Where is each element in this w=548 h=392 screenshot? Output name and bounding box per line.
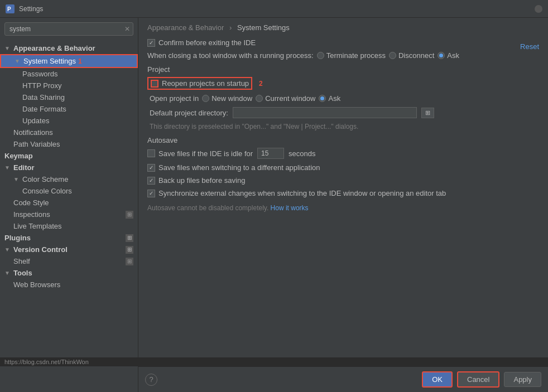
autosave-note-text: Autosave cannot be disabled completely. [147,204,268,212]
terminate-label: Terminate process [326,51,386,60]
default-dir-input[interactable] [233,107,417,118]
default-dir-row: Default project directory: ⊞ [147,107,539,118]
help-button[interactable]: ? [145,374,157,386]
settings-content: Confirm before exiting the IDE When clos… [138,34,548,366]
sidebar-item-passwords[interactable]: Passwords [0,68,138,80]
save-switching-checkbox-wrapper[interactable]: Save files when switching to a different… [147,163,320,172]
sidebar-item-date-formats[interactable]: Date Formats [0,103,138,115]
window-title: Settings [19,5,535,13]
reopen-projects-checkbox-wrapper[interactable]: Reopen projects on startup [147,77,252,90]
terminate-radio[interactable] [317,52,324,59]
sidebar-tree: ▼ Appearance & Behavior ▼ System Setting… [0,40,138,392]
sidebar-item-label: Web Browsers [13,280,60,289]
save-switching-label: Save files when switching to a different… [158,163,320,172]
sidebar-item-label: Tools [13,269,32,277]
close-button[interactable]: ✕ [535,5,542,13]
apply-button[interactable]: Apply [504,372,541,387]
reopen-projects-checkbox[interactable] [151,80,158,88]
sidebar-item-web-browsers[interactable]: Web Browsers [0,279,138,291]
sidebar-item-appearance-behavior[interactable]: ▼ Appearance & Behavior [0,42,138,54]
sidebar-item-label: Updates [22,117,49,125]
backup-checkbox[interactable] [147,177,155,185]
current-window-label: Current window [265,94,315,103]
sidebar-item-data-sharing[interactable]: Data Sharing [0,91,138,103]
sidebar-item-label: Editor [13,163,35,172]
sidebar-item-version-control[interactable]: ▼ Version Control ⊞ [0,244,138,255]
sidebar-item-color-scheme[interactable]: ▼ Color Scheme [0,173,138,185]
disconnect-radio[interactable] [389,52,396,59]
vc-badge: ⊞ [126,246,133,254]
sidebar-item-label: Code Style [13,199,49,207]
closing-tool-window-row: When closing a tool window with a runnin… [147,51,539,60]
title-bar: P Settings ✕ [0,0,548,18]
sync-external-row: Synchronize external changes when switch… [147,189,539,197]
new-window-radio[interactable] [202,95,209,102]
autosave-note: Autosave cannot be disabled completely. … [147,204,539,212]
backup-checkbox-wrapper[interactable]: Back up files before saving [147,176,245,185]
sidebar-item-code-style[interactable]: Code Style [0,197,138,209]
arrow-icon: ▼ [4,270,11,276]
current-window-radio[interactable] [256,95,263,102]
search-clear-icon[interactable]: ✕ [124,25,130,33]
sidebar-item-http-proxy[interactable]: HTTP Proxy [0,80,138,91]
ask-project-radio-wrapper[interactable]: Ask [319,94,340,103]
terminate-radio-wrapper[interactable]: Terminate process [317,51,386,60]
confirm-exit-checkbox-wrapper[interactable]: Confirm before exiting the IDE [147,38,256,47]
disconnect-radio-wrapper[interactable]: Disconnect [389,51,434,60]
idle-seconds-input[interactable] [257,148,284,159]
new-window-radio-wrapper[interactable]: New window [202,94,252,103]
sidebar-item-tools[interactable]: ▼ Tools [0,267,138,279]
sidebar-item-inspections[interactable]: Inspections ⊞ [0,209,138,220]
confirm-exit-row: Confirm before exiting the IDE [147,38,539,47]
browse-dir-button[interactable]: ⊞ [421,108,434,118]
save-idle-checkbox-wrapper[interactable]: Save files if the IDE is idle for [147,149,253,158]
sidebar-item-label: Keymap [4,152,33,160]
reset-link[interactable]: Reset [520,42,539,51]
project-section-label: Project [147,65,539,74]
ask-radio[interactable] [438,52,445,59]
sidebar-item-path-variables[interactable]: Path Variables [0,138,138,150]
sidebar-item-label: Notifications [13,128,53,137]
sidebar-item-editor[interactable]: ▼ Editor [0,162,138,173]
inspections-badge: ⊞ [126,211,133,219]
open-project-in-row: Open project in New window Current windo… [147,94,539,103]
disconnect-label: Disconnect [398,51,434,60]
sync-checkbox[interactable] [147,190,155,197]
ok-button[interactable]: OK [422,371,453,388]
save-switching-checkbox[interactable] [147,164,155,172]
new-window-label: New window [211,94,252,103]
sidebar-item-label: System Settings [23,57,76,65]
sidebar-item-notifications[interactable]: Notifications [0,127,138,138]
sidebar-item-console-colors[interactable]: Console Colors [0,185,138,197]
arrow-icon: ▼ [4,164,11,171]
sidebar-item-keymap[interactable]: Keymap [0,150,138,162]
sidebar-item-label: Data Sharing [22,93,65,101]
sidebar-item-shelf[interactable]: Shelf ⊞ [0,255,138,267]
ask-radio-wrapper[interactable]: Ask [438,51,459,60]
current-window-radio-wrapper[interactable]: Current window [256,94,315,103]
save-idle-prefix: Save files if the IDE is idle for [158,149,253,158]
save-idle-suffix: seconds [289,149,315,158]
main-content: ✕ ▼ Appearance & Behavior ▼ System Setti… [0,18,548,392]
header-row: Appearance & Behavior › System Settings … [138,18,548,34]
ask-label: Ask [447,51,459,60]
sidebar-item-updates[interactable]: Updates [0,115,138,127]
breadcrumb-part1: Appearance & Behavior [147,23,224,32]
ask-project-radio[interactable] [319,95,326,102]
right-panel: Appearance & Behavior › System Settings … [138,18,548,392]
arrow-icon: ▼ [13,176,20,182]
sidebar-item-system-settings[interactable]: ▼ System Settings 1 [0,54,138,68]
sidebar-item-label: Passwords [22,70,58,78]
sidebar-item-label: Version Control [13,245,68,254]
confirm-exit-checkbox[interactable] [147,39,155,47]
sidebar-item-label: Appearance & Behavior [13,44,95,52]
sync-checkbox-wrapper[interactable]: Synchronize external changes when switch… [147,189,446,197]
sidebar-item-label: Inspections [13,210,50,219]
cancel-button[interactable]: Cancel [457,371,499,388]
breadcrumb-part2: System Settings [237,23,290,32]
sidebar-item-plugins[interactable]: Plugins ⊞ [0,232,138,244]
save-idle-checkbox[interactable] [147,149,155,157]
search-input[interactable] [4,22,133,36]
sidebar-item-live-templates[interactable]: Live Templates [0,220,138,232]
how-it-works-link[interactable]: How it works [271,204,309,212]
